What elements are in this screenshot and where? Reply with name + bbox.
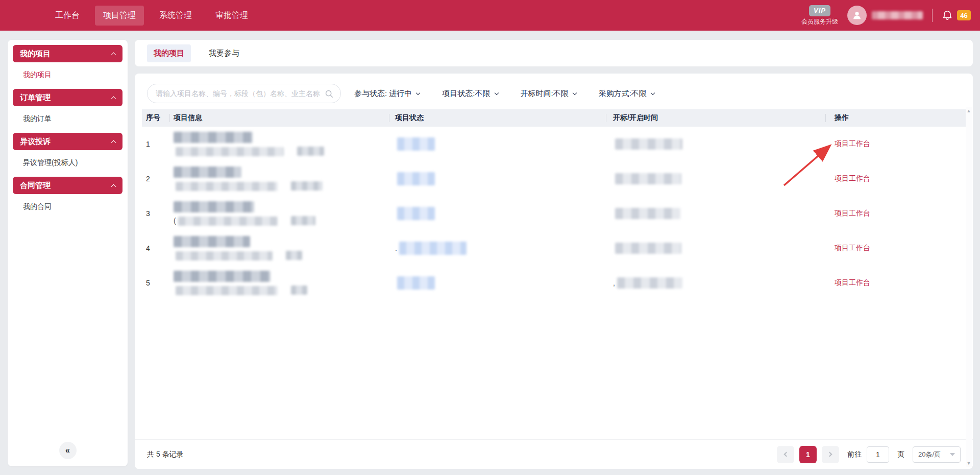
table-row: 5 , 项目工作台 [142,266,966,300]
goto-page-input[interactable] [867,446,889,463]
project-name-redacted [174,132,253,143]
sidebar-group-order-management[interactable]: 订单管理 [13,89,122,106]
actions-cell: 项目工作台 [825,244,966,253]
column-header-index: 序号 [142,109,169,127]
tab-my-projects[interactable]: 我的项目 [147,44,191,62]
vip-upgrade[interactable]: VIP 会员服务升级 [801,5,838,26]
sidebar-item-my-contracts[interactable]: 我的合同 [13,194,122,220]
tabs-bar: 我的项目 我要参与 [135,40,973,66]
open-time-cell [606,138,825,150]
project-info-cell [169,132,389,156]
project-tag-redacted [291,216,315,225]
next-page-button[interactable] [822,446,839,463]
sidebar-group-contract-management[interactable]: 合同管理 [13,177,122,194]
sidebar-item-my-orders[interactable]: 我的订单 [13,106,122,132]
pagination: 1 前往 页 20条/页 [777,446,961,463]
table-header: 序号 项目信息 项目状态 开标/开启时间 操作 [142,109,966,127]
filter-project-status[interactable]: 项目状态:不限 [442,89,498,99]
status-badge-redacted [397,276,435,290]
tab-want-to-participate[interactable]: 我要参与 [202,44,246,62]
project-info-cell [169,167,389,191]
column-header-project-info: 项目信息 [169,109,389,127]
project-status-cell [389,276,606,290]
vip-caption: 会员服务升级 [801,17,838,26]
sidebar-item-my-projects[interactable]: 我的项目 [13,62,122,88]
filter-procurement-method[interactable]: 采购方式:不限 [599,89,654,99]
status-badge-redacted [399,242,467,255]
sidebar-group-label: 异议投诉 [20,137,51,147]
chevron-down-icon [651,90,655,94]
project-workbench-link[interactable]: 项目工作台 [835,244,870,253]
open-time-cell [606,243,825,254]
column-header-project-status: 项目状态 [389,109,606,127]
notification-count-badge: 46 [957,10,971,20]
project-list-panel: 参与状态: 进行中 项目状态:不限 开标时间:不限 采购方式:不限 序号 项目信… [135,74,973,469]
sidebar-group-label: 订单管理 [20,93,51,103]
scroll-down-icon[interactable]: ▼ [967,460,971,467]
project-table: 序号 项目信息 项目状态 开标/开启时间 操作 1 [142,109,966,300]
project-tag-redacted [297,147,324,156]
total-records-text: 共 5 条记录 [147,450,184,459]
open-time-redacted [615,173,681,184]
project-workbench-link[interactable]: 项目工作台 [835,174,870,183]
topnav-item-approval-management[interactable]: 审批管理 [207,6,256,26]
list-footer: 共 5 条记录 1 前往 页 20条/页 [135,439,973,469]
open-time-cell: , [606,277,825,289]
filter-participation-status[interactable]: 参与状态: 进行中 [354,89,420,99]
scroll-up-icon[interactable]: ▲ [967,107,971,114]
sidebar: 我的项目 我的项目 订单管理 我的订单 异议投诉 异议管理(投标人) 合同管理 … [8,40,128,466]
project-code-redacted [178,217,278,226]
chevron-left-icon [784,452,789,457]
project-tag-redacted [291,181,323,191]
project-status-cell [389,207,606,220]
open-time-redacted [615,138,682,150]
project-name-redacted [174,201,254,212]
open-time-cell [606,173,825,184]
project-tag-redacted [286,251,302,260]
project-workbench-link[interactable]: 项目工作台 [835,278,870,288]
notifications[interactable]: 46 [942,9,971,21]
search-icon[interactable] [325,89,333,98]
topnav-item-system-management[interactable]: 系统管理 [151,6,200,26]
column-header-actions: 操作 [825,109,966,127]
actions-cell: 项目工作台 [825,139,966,149]
project-info-cell [169,236,389,260]
actions-cell: 项目工作台 [825,209,966,218]
project-workbench-link[interactable]: 项目工作台 [835,209,870,218]
project-status-cell [389,137,606,151]
sidebar-item-objection-management[interactable]: 异议管理(投标人) [13,150,122,176]
table-row: 4 . 项目工作台 [142,231,966,266]
project-workbench-link[interactable]: 项目工作台 [835,139,870,149]
top-bar: 工作台 项目管理 系统管理 审批管理 VIP 会员服务升级 46 [0,0,980,31]
filter-bid-opening-time[interactable]: 开标时间:不限 [521,89,576,99]
status-badge-redacted [397,137,435,151]
prev-page-button[interactable] [777,446,794,463]
sidebar-group-label: 我的项目 [20,49,51,59]
table-row: 3 ( 项目工作台 [142,196,966,231]
topnav-item-workbench[interactable]: 工作台 [47,6,88,26]
search-input[interactable] [156,89,321,98]
sidebar-group-objection-complaint[interactable]: 异议投诉 [13,133,122,150]
caret-down-icon [950,453,955,456]
page-size-select[interactable]: 20条/页 [913,446,961,463]
filter-label: 项目状态:不限 [442,89,490,99]
chevron-down-icon [494,90,498,94]
time-prefix: , [613,279,615,287]
search-filter-row: 参与状态: 进行中 项目状态:不限 开标时间:不限 采购方式:不限 [135,74,973,103]
topnav-item-project-management[interactable]: 项目管理 [95,6,144,26]
actions-cell: 项目工作台 [825,174,966,183]
user-menu[interactable] [847,6,923,25]
sidebar-collapse-button[interactable]: « [59,442,77,459]
table-row: 1 项目工作台 [142,127,966,161]
sidebar-group-my-projects[interactable]: 我的项目 [13,45,122,62]
project-code-redacted [176,251,273,260]
filter-label: 参与状态: 进行中 [354,89,412,99]
search-box[interactable] [147,84,341,103]
scrollbar[interactable]: ▲ ▼ [966,107,972,467]
row-index: 1 [142,140,169,148]
chevron-right-icon [827,452,832,457]
current-page-button[interactable]: 1 [799,446,817,463]
project-code-redacted [176,147,284,156]
filters: 参与状态: 进行中 项目状态:不限 开标时间:不限 采购方式:不限 [354,89,654,99]
status-badge-redacted [397,207,435,220]
